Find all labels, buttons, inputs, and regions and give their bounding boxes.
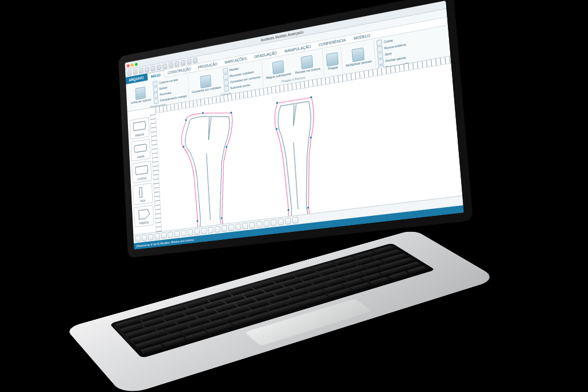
- rect-tool-icon[interactable]: [168, 231, 173, 238]
- print-icon[interactable]: [145, 67, 149, 73]
- ruler-icon: [272, 60, 284, 75]
- close-icon[interactable]: [127, 64, 130, 67]
- move-tool-icon[interactable]: [142, 235, 147, 241]
- pan-icon[interactable]: [187, 59, 192, 65]
- svg-rect-16: [276, 128, 278, 130]
- point-tool-icon[interactable]: [181, 230, 187, 237]
- svg-rect-7: [196, 220, 198, 222]
- mirror-tool-icon[interactable]: [215, 226, 220, 233]
- cut-icon[interactable]: [150, 65, 155, 72]
- thumb-tampa[interactable]: TAMPA: [130, 139, 150, 162]
- svg-rect-8: [183, 146, 185, 148]
- thumb-frente2[interactable]: FRENTE: [134, 205, 154, 227]
- line-tool-icon[interactable]: [154, 233, 160, 240]
- circle-tool-icon[interactable]: [174, 231, 180, 238]
- keyboard: [109, 243, 435, 358]
- btn-multiplicar-pences[interactable]: Multiplicar pences: [343, 45, 373, 68]
- notch-tool-icon[interactable]: [194, 228, 200, 235]
- scissors-icon: [377, 40, 382, 46]
- zoom-fit-icon[interactable]: [180, 60, 185, 66]
- contour-icon: [223, 80, 229, 86]
- trim-tool-icon[interactable]: [242, 223, 248, 230]
- snap-tool-icon[interactable]: [285, 218, 291, 224]
- btn-pences-cintura[interactable]: Pences na cintura: [293, 53, 321, 75]
- open-icon: [377, 52, 383, 59]
- text-tool-icon[interactable]: [208, 227, 214, 234]
- btn-linha-costura[interactable]: Linha de costura: [129, 85, 152, 105]
- svg-rect-1: [139, 188, 142, 197]
- measure-tool-icon[interactable]: [188, 229, 194, 236]
- svg-rect-14: [307, 207, 309, 208]
- undo-icon[interactable]: [133, 69, 137, 75]
- curve-tool-icon[interactable]: [161, 232, 167, 239]
- zoom-in-icon[interactable]: [168, 62, 173, 68]
- thumb-costas[interactable]: COSTAS: [131, 161, 152, 183]
- molds-icon: [223, 68, 228, 74]
- ribbon-group-pregas2: Pregas: [323, 46, 343, 76]
- paste-icon[interactable]: [163, 63, 168, 69]
- convert-icon: [200, 75, 212, 88]
- thumb-frente[interactable]: FRENTE: [129, 117, 149, 140]
- rotate-tool-icon[interactable]: [148, 234, 153, 240]
- join-tool-icon[interactable]: [222, 225, 227, 232]
- pattern-front-leg[interactable]: [175, 103, 255, 231]
- app-window: Audaces Moldes Avançado ARQUIVO: [125, 1, 463, 250]
- btn-converter-moldado[interactable]: Converter em moldado: [190, 72, 222, 95]
- svg-rect-4: [230, 112, 232, 114]
- thumb-mga[interactable]: MGA: [133, 183, 153, 205]
- grid-tool-icon[interactable]: [278, 219, 284, 226]
- minimize-icon[interactable]: [131, 63, 134, 67]
- split-tool-icon[interactable]: [229, 224, 234, 231]
- settings-icon[interactable]: [193, 57, 198, 64]
- btn-pregas[interactable]: Pregas: [325, 51, 340, 71]
- thread-icon: [377, 46, 382, 53]
- select-tool-icon[interactable]: [136, 235, 141, 242]
- fillet-tool-icon[interactable]: [256, 221, 262, 228]
- extract-icon: [153, 87, 158, 93]
- close-dart-icon: [378, 59, 384, 65]
- svg-rect-11: [276, 102, 278, 104]
- pleats-icon: [326, 52, 339, 66]
- save-icon[interactable]: [127, 70, 131, 76]
- dart-tool-icon[interactable]: [201, 227, 207, 234]
- extend-tool-icon[interactable]: [249, 222, 255, 228]
- layer-tool-icon[interactable]: [292, 217, 299, 224]
- ribbon-group-multiplicar: Multiplicar pences: [341, 40, 376, 73]
- array-tool-icon[interactable]: [264, 220, 269, 227]
- toggle-icon: [153, 80, 157, 87]
- svg-rect-12: [310, 96, 312, 98]
- offset-tool-icon[interactable]: [235, 223, 241, 230]
- remove-mold-icon: [223, 73, 229, 80]
- svg-rect-15: [288, 209, 289, 211]
- svg-rect-13: [310, 137, 312, 138]
- copy-icon[interactable]: [156, 64, 161, 71]
- darts-icon: [301, 55, 313, 69]
- svg-rect-6: [221, 217, 223, 219]
- redo-icon[interactable]: [139, 68, 144, 74]
- svg-rect-5: [226, 146, 227, 148]
- zoom-out-icon[interactable]: [175, 61, 180, 67]
- multiply-icon: [352, 47, 365, 62]
- scale-tool-icon[interactable]: [270, 219, 277, 226]
- maximize-icon[interactable]: [135, 62, 138, 65]
- svg-rect-3: [202, 112, 204, 114]
- seam-line-icon: [136, 87, 146, 100]
- svg-rect-2: [185, 119, 187, 121]
- ribbon-group-cortar: Cortar Rosca externa Abrir Fechar pence …: [374, 34, 412, 68]
- pattern-back-leg[interactable]: [267, 90, 333, 229]
- btn-regua[interactable]: Régua sobreposta: [264, 58, 292, 80]
- svg-rect-0: [134, 144, 146, 153]
- accumulate-icon: [153, 92, 158, 99]
